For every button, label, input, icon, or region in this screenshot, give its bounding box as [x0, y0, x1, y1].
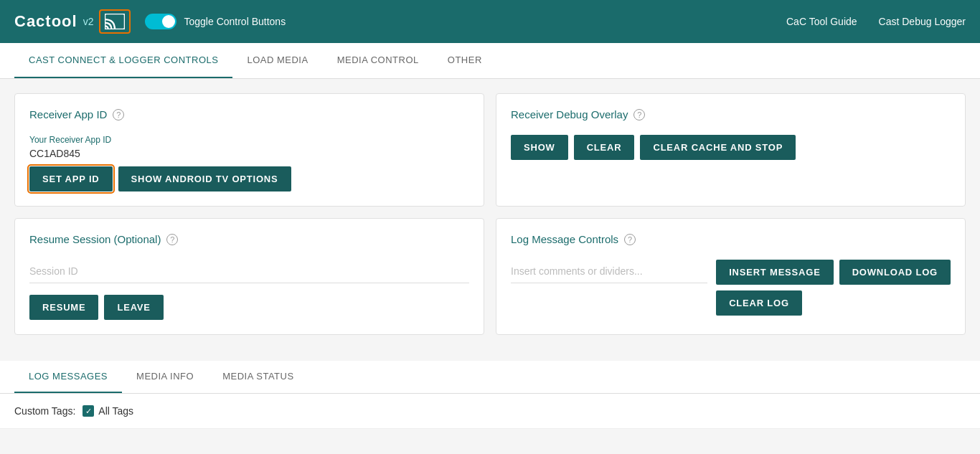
top-cards-row: Receiver App ID ? Your Receiver App ID C… — [14, 93, 966, 207]
all-tags-checkbox-wrapper[interactable]: ✓ All Tags — [83, 405, 133, 417]
cast-icon — [105, 14, 125, 29]
app-header: Cactool v2 Toggle Control Buttons CaC To… — [0, 0, 980, 43]
main-tabs-bar: CAST CONNECT & LOGGER CONTROLS LOAD MEDI… — [0, 43, 980, 79]
receiver-app-id-help-icon[interactable]: ? — [113, 109, 124, 120]
receiver-app-id-card: Receiver App ID ? Your Receiver App ID C… — [14, 93, 484, 207]
log-comment-input[interactable] — [511, 260, 707, 283]
main-content: Receiver App ID ? Your Receiver App ID C… — [0, 79, 980, 361]
header-nav: CaC Tool Guide Cast Debug Logger — [786, 16, 966, 27]
clear-cache-and-stop-button[interactable]: CLEAR CACHE AND STOP — [640, 135, 796, 160]
log-buttons: INSERT MESSAGE DOWNLOAD LOG CLEAR LOG — [716, 260, 951, 316]
bottom-tab-media-status[interactable]: MEDIA STATUS — [208, 361, 308, 393]
resume-session-help-icon[interactable]: ? — [166, 234, 178, 245]
cast-icon-wrapper[interactable] — [99, 9, 131, 34]
receiver-app-id-value: CC1AD845 — [29, 148, 469, 159]
tab-media-control[interactable]: MEDIA CONTROL — [323, 43, 433, 78]
log-message-controls-title: Log Message Controls ? — [511, 233, 951, 245]
receiver-debug-overlay-title: Receiver Debug Overlay ? — [511, 108, 951, 120]
tab-other[interactable]: OTHER — [433, 43, 496, 78]
receiver-debug-overlay-help-icon[interactable]: ? — [633, 109, 645, 120]
all-tags-label: All Tags — [98, 405, 133, 417]
leave-button[interactable]: LEAVE — [104, 295, 163, 320]
log-buttons-top: INSERT MESSAGE DOWNLOAD LOG — [716, 260, 951, 285]
custom-tags-label: Custom Tags: — [14, 405, 75, 417]
set-app-id-button[interactable]: SET APP ID — [29, 166, 113, 191]
logo-area: Cactool v2 — [14, 9, 131, 34]
resume-session-buttons: RESUME LEAVE — [29, 295, 469, 320]
logo-text: Cactool — [14, 12, 77, 31]
download-log-button[interactable]: DOWNLOAD LOG — [839, 260, 951, 285]
insert-message-button[interactable]: INSERT MESSAGE — [716, 260, 834, 285]
tab-cast-connect-logger-controls[interactable]: CAST CONNECT & LOGGER CONTROLS — [14, 43, 232, 78]
toggle-area: Toggle Control Buttons — [145, 14, 286, 29]
receiver-app-id-buttons: SET APP ID SHOW ANDROID TV OPTIONS — [29, 166, 469, 191]
custom-tags-row: Custom Tags: ✓ All Tags — [0, 394, 980, 429]
show-android-tv-options-button[interactable]: SHOW ANDROID TV OPTIONS — [118, 166, 291, 191]
logo-version: v2 — [83, 16, 94, 27]
receiver-app-id-input-label: Your Receiver App ID — [29, 135, 469, 145]
log-message-controls-help-icon[interactable]: ? — [624, 234, 636, 245]
cac-tool-guide-link[interactable]: CaC Tool Guide — [786, 16, 857, 27]
resume-session-title: Resume Session (Optional) ? — [29, 233, 469, 245]
toggle-label: Toggle Control Buttons — [184, 16, 286, 27]
clear-button[interactable]: CLEAR — [574, 135, 635, 160]
bottom-cards-row: Resume Session (Optional) ? RESUME LEAVE… — [14, 218, 966, 335]
log-message-controls-card: Log Message Controls ? INSERT MESSAGE DO… — [496, 218, 966, 335]
cast-debug-logger-link[interactable]: Cast Debug Logger — [879, 16, 966, 27]
resume-button[interactable]: RESUME — [29, 295, 98, 320]
bottom-tab-log-messages[interactable]: LOG MESSAGES — [14, 361, 122, 393]
log-controls-row: INSERT MESSAGE DOWNLOAD LOG CLEAR LOG — [511, 260, 951, 316]
receiver-debug-overlay-card: Receiver Debug Overlay ? SHOW CLEAR CLEA… — [496, 93, 966, 207]
resume-session-card: Resume Session (Optional) ? RESUME LEAVE — [14, 218, 484, 335]
receiver-app-id-title: Receiver App ID ? — [29, 108, 469, 120]
receiver-debug-overlay-buttons: SHOW CLEAR CLEAR CACHE AND STOP — [511, 135, 951, 160]
show-button[interactable]: SHOW — [511, 135, 568, 160]
clear-log-button[interactable]: CLEAR LOG — [716, 290, 802, 316]
bottom-tabs-bar: LOG MESSAGES MEDIA INFO MEDIA STATUS — [0, 361, 980, 394]
session-id-input[interactable] — [29, 260, 469, 283]
bottom-tab-media-info[interactable]: MEDIA INFO — [122, 361, 208, 393]
tab-load-media[interactable]: LOAD MEDIA — [232, 43, 322, 78]
toggle-control-buttons[interactable] — [145, 14, 176, 29]
all-tags-checkbox[interactable]: ✓ — [83, 405, 94, 417]
